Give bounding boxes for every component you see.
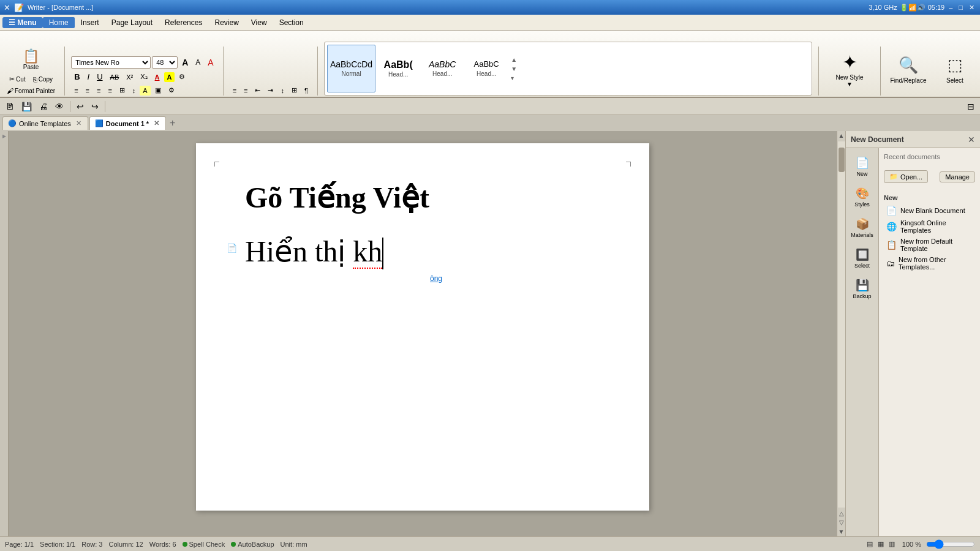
italic-button[interactable]: I [85,71,93,83]
zoom-slider[interactable] [926,539,975,549]
find-replace-button[interactable]: 🔍 Find/Replace [887,43,930,96]
shading-button[interactable]: A [140,86,150,96]
right-panel-close-button[interactable]: ✕ [968,135,975,144]
panel-item-default-template[interactable]: 📋 New from Default Template [884,236,975,254]
align-justify-button[interactable]: ≡ [105,86,115,96]
font-shrink-button[interactable]: A [192,57,203,68]
new-file-button[interactable]: 🖹 [2,100,17,113]
autocomplete-popup[interactable]: ông [245,274,600,283]
gallery-expand-arrow[interactable]: ▾ [509,74,519,82]
right-sidebar-styles[interactable]: 🎨 Styles [848,184,877,211]
subscript-button[interactable]: X₂ [137,72,150,82]
view-web-btn[interactable]: ▦ [878,540,884,548]
align-right-button[interactable]: ≡ [94,86,104,96]
undo-button[interactable]: ↩ [74,100,87,113]
menu-item-home[interactable]: Home [43,17,75,28]
scroll-down-arrow[interactable]: ▼ [837,527,846,536]
font-color-button[interactable]: A [152,72,163,82]
doc-line2[interactable]: 📄 Hiển thị kh [245,234,600,270]
menu-item-review[interactable]: Review [208,17,244,28]
scroll-up-arrow[interactable]: ▲ [837,131,846,140]
highlight-button[interactable]: A [164,72,175,82]
manage-button[interactable]: Manage [940,171,975,182]
increase-indent-button[interactable]: ⇥ [265,85,276,96]
right-sidebar-materials[interactable]: 📦 Materials [848,214,877,241]
app-menu-icon[interactable]: ✕ [4,3,10,12]
align-left-button[interactable]: ≡ [71,86,81,96]
print-button[interactable]: 🖨 [36,100,51,113]
font-size-select[interactable]: 48 [152,56,178,69]
view-reading-btn[interactable]: ▥ [889,540,895,548]
decrease-indent-button[interactable]: ⇤ [252,85,263,96]
scroll-page-down[interactable]: ▽ [838,518,845,527]
tab-online-templates-close[interactable]: ✕ [76,119,81,127]
select-icon: ⬚ [948,56,963,75]
numbering-button[interactable]: ≡ [241,86,251,96]
right-sidebar-backup[interactable]: 💾 Backup [848,276,877,302]
redo-button[interactable]: ↪ [88,100,102,113]
panel-item-online-templates[interactable]: 🌐 Kingsoft Online Templates [884,217,975,236]
bold-button[interactable]: B [71,71,83,83]
style-heading1[interactable]: AaBb( Head... [377,45,420,92]
spell-check-indicator[interactable]: Spell Check [183,541,225,548]
menu-item-references[interactable]: References [159,17,208,28]
vertical-scrollbar[interactable]: ▲ △ ▽ ▼ [837,131,845,536]
window-close-button[interactable]: ✕ [967,4,976,12]
window-minimize-button[interactable]: – [947,4,954,11]
show-hide-button[interactable]: ¶ [301,86,311,96]
style-heading2[interactable]: AaBbC Head... [421,45,464,92]
panel-item-other-templates[interactable]: 🗂 New from Other Templates... [884,254,975,272]
right-sidebar-select[interactable]: 🔲 Select [848,245,877,272]
font-options-button[interactable]: ⚙ [176,72,188,82]
new-style-button[interactable]: ✦ New Style ▼ [825,43,874,96]
scroll-page-up[interactable]: △ [838,509,845,518]
gallery-up-arrow[interactable]: ▲ [509,56,519,64]
para-options-button[interactable]: ⚙ [165,85,178,96]
save-button[interactable]: 💾 [18,100,35,113]
line-spacing-button[interactable]: ↕ [129,86,139,96]
menu-item-page-layout[interactable]: Page Layout [105,17,159,28]
tab-document1-close[interactable]: ✕ [154,119,159,127]
panel-item-new-blank[interactable]: 📄 New Blank Document [884,204,975,217]
select-button[interactable]: ⬚ Select [933,43,976,96]
border-button[interactable]: ▣ [152,85,164,96]
bullets-button[interactable]: ≡ [230,86,239,96]
window-maximize-button[interactable]: □ [957,4,965,11]
sidebar-toggle-button[interactable]: ⊟ [964,100,978,113]
ribbon: 📋 Paste ✂ Cut ⎘ Copy 🖌 Format Painter Ti… [0,31,980,98]
gallery-down-arrow[interactable]: ▼ [509,65,519,73]
cut-button[interactable]: ✂ Cut [6,74,29,84]
columns-button[interactable]: ⊞ [116,85,128,96]
clear-format-button[interactable]: A [205,56,216,69]
menu-item-section[interactable]: Section [273,17,310,28]
tab-add-button[interactable]: + [167,118,178,129]
open-button[interactable]: 📁 Open... [884,170,928,183]
sort-button[interactable]: ↕ [277,86,287,96]
table-button[interactable]: ⊞ [288,85,300,96]
preview-button[interactable]: 👁 [52,100,67,113]
scroll-track[interactable] [838,141,845,508]
menu-item-menu[interactable]: ☰ Menu [2,17,43,28]
document-page[interactable]: Gõ Tiếng Việt 📄 Hiển thị kh ông [196,143,649,511]
superscript-button[interactable]: X² [123,72,136,82]
view-normal-btn[interactable]: ▤ [867,540,873,548]
format-painter-button[interactable]: 🖌 Format Painter [4,86,58,96]
tab-document1[interactable]: 🟦 Document 1 * ✕ [89,116,166,130]
font-grow-button[interactable]: A [179,56,191,69]
underline-button[interactable]: U [94,71,105,83]
align-center-button[interactable]: ≡ [83,86,92,96]
menu-item-view[interactable]: View [245,17,273,28]
autobackup-indicator[interactable]: AutoBackup [231,541,274,548]
right-sidebar-new[interactable]: 📄 New [848,153,877,180]
strikethrough-button[interactable]: AB [107,72,123,82]
paste-button[interactable]: 📋 Paste [18,47,45,73]
scroll-thumb[interactable] [839,148,845,172]
style-normal[interactable]: AaBbCcDd Normal [327,45,375,92]
font-name-select[interactable]: Times New Ro [71,56,151,69]
menu-item-insert[interactable]: Insert [75,17,105,28]
tab-online-templates[interactable]: 🔵 Online Templates ✕ [2,116,88,130]
document-scroll[interactable]: Gõ Tiếng Việt 📄 Hiển thị kh ông [9,131,837,536]
style-heading3[interactable]: AaBbC Head... [465,45,508,92]
copy-button[interactable]: ⎘ Copy [30,75,56,84]
new-section-title: New [884,194,975,201]
